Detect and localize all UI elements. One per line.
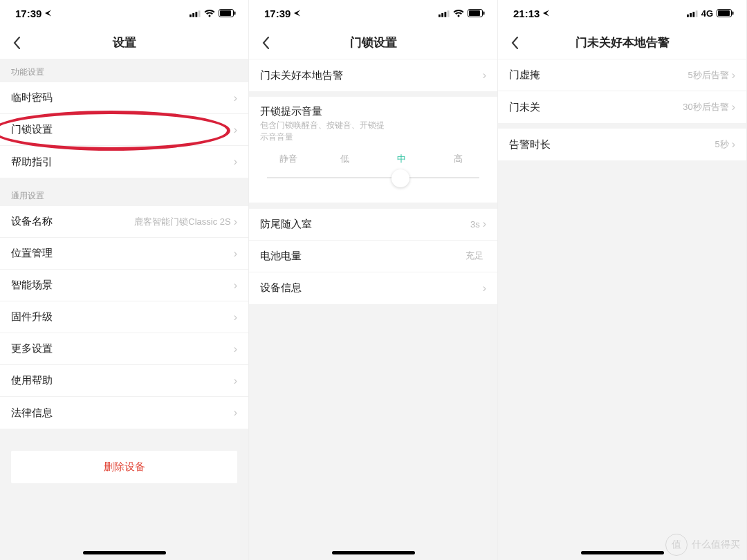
svg-rect-15 [690, 13, 692, 17]
slider-thumb[interactable] [391, 169, 409, 187]
page-title: 设置 [113, 35, 136, 50]
svg-rect-19 [718, 10, 730, 16]
svg-rect-0 [190, 14, 192, 17]
chevron-right-icon: › [234, 124, 237, 136]
row-door-ajar[interactable]: 门虚掩 5秒后告警› [498, 59, 746, 91]
row-use-help[interactable]: 使用帮助 › [0, 365, 248, 397]
home-indicator[interactable] [581, 551, 664, 554]
svg-rect-13 [483, 11, 485, 15]
volume-slider[interactable] [260, 168, 486, 187]
chevron-right-icon: › [732, 138, 735, 151]
cellular-icon [439, 8, 450, 19]
home-indicator[interactable] [83, 551, 166, 554]
back-button[interactable] [257, 35, 274, 51]
watermark: 值 什么值得买 [665, 534, 740, 556]
chevron-right-icon: › [483, 69, 486, 82]
cellular-icon [687, 8, 698, 19]
volume-title: 开锁提示音量 [260, 105, 486, 118]
svg-rect-2 [195, 12, 197, 17]
svg-rect-6 [234, 11, 236, 15]
chevron-right-icon: › [732, 101, 735, 113]
row-battery: 电池电量 充足 [249, 241, 497, 272]
row-lock-settings[interactable]: 门锁设置 › [0, 114, 248, 146]
watermark-text: 什么值得买 [692, 539, 740, 551]
chevron-right-icon: › [234, 407, 237, 419]
svg-rect-17 [695, 10, 697, 17]
svg-rect-5 [220, 10, 231, 16]
row-more-settings[interactable]: 更多设置 › [0, 333, 248, 365]
row-device-info[interactable]: 设备信息 › [249, 272, 497, 304]
delete-device-button[interactable]: 删除设备 [11, 451, 237, 483]
location-icon [293, 8, 302, 19]
screen-settings: 17:39 设置 功能设置 临时密码 › 门锁设置 › 帮助指引 › 通用设置 … [0, 0, 249, 560]
row-device-name[interactable]: 设备名称 鹿客智能门锁Classic 2S› [0, 206, 248, 238]
row-firmware[interactable]: 固件升级 › [0, 301, 248, 333]
cellular-icon [190, 8, 201, 19]
section-label-function: 功能设置 [0, 59, 248, 82]
header: 门未关好本地告警 [498, 26, 746, 59]
chevron-right-icon: › [483, 282, 486, 295]
location-icon [44, 8, 53, 19]
network-label: 4G [701, 8, 713, 19]
chevron-right-icon: › [234, 156, 237, 168]
vol-opt-low[interactable]: 低 [317, 153, 374, 165]
row-tail-follow[interactable]: 防尾随入室 3s› [249, 209, 497, 241]
svg-rect-10 [448, 10, 450, 17]
vol-opt-mid[interactable]: 中 [374, 153, 430, 165]
status-bar: 21:13 4G [498, 0, 746, 26]
screen-lock-settings: 17:39 门锁设置 门未关好本地告警 › 开锁提示音量 包含门锁唤醒音、按键音… [249, 0, 498, 560]
svg-rect-7 [439, 14, 441, 17]
chevron-right-icon: › [234, 375, 237, 387]
battery-icon [468, 8, 485, 19]
screen-door-alarm: 21:13 4G 门未关好本地告警 门虚掩 5秒后告警› 门未关 30秒后告警›… [498, 0, 747, 560]
svg-rect-8 [441, 13, 443, 17]
section-label-general: 通用设置 [0, 183, 248, 206]
header: 门锁设置 [249, 26, 497, 59]
home-indicator[interactable] [332, 551, 415, 554]
back-button[interactable] [8, 35, 25, 51]
svg-rect-20 [732, 11, 734, 15]
status-time: 17:39 [15, 8, 42, 19]
chevron-right-icon: › [234, 216, 237, 228]
battery-icon [219, 8, 236, 19]
header: 设置 [0, 26, 248, 59]
svg-rect-12 [469, 10, 480, 16]
svg-rect-1 [192, 13, 194, 17]
status-bar: 17:39 [0, 0, 248, 26]
volume-subtitle: 包含门锁唤醒音、按键音、开锁提示音音量 [260, 120, 391, 143]
battery-icon [717, 8, 734, 19]
row-door-alarm[interactable]: 门未关好本地告警 › [249, 59, 497, 91]
wifi-icon [453, 8, 464, 19]
chevron-right-icon: › [234, 92, 237, 104]
status-time: 21:13 [513, 8, 540, 19]
row-temp-password[interactable]: 临时密码 › [0, 82, 248, 114]
row-location[interactable]: 位置管理 › [0, 238, 248, 270]
chevron-right-icon: › [732, 69, 735, 82]
chevron-right-icon: › [234, 343, 237, 355]
row-scene[interactable]: 智能场景 › [0, 270, 248, 301]
status-bar: 17:39 [249, 0, 497, 26]
chevron-right-icon: › [234, 248, 237, 260]
watermark-badge: 值 [665, 534, 688, 556]
svg-rect-3 [199, 10, 201, 17]
row-legal[interactable]: 法律信息 › [0, 397, 248, 429]
svg-rect-14 [687, 14, 689, 17]
wifi-icon [204, 8, 215, 19]
chevron-right-icon: › [234, 311, 237, 324]
page-title: 门未关好本地告警 [575, 35, 670, 50]
svg-rect-9 [444, 12, 446, 17]
vol-opt-mute[interactable]: 静音 [260, 153, 317, 165]
row-help-guide[interactable]: 帮助指引 › [0, 146, 248, 178]
location-icon [542, 8, 551, 19]
volume-section: 开锁提示音量 包含门锁唤醒音、按键音、开锁提示音音量 静音 低 中 高 [249, 97, 497, 203]
row-door-open[interactable]: 门未关 30秒后告警› [498, 91, 746, 123]
svg-rect-16 [692, 12, 694, 17]
chevron-right-icon: › [483, 218, 486, 230]
chevron-right-icon: › [234, 279, 237, 292]
status-time: 17:39 [264, 8, 290, 19]
volume-scale: 静音 低 中 高 [260, 153, 486, 165]
back-button[interactable] [506, 35, 523, 51]
row-alarm-duration[interactable]: 告警时长 5秒› [498, 129, 746, 160]
page-title: 门锁设置 [350, 35, 397, 50]
vol-opt-high[interactable]: 高 [430, 153, 486, 165]
